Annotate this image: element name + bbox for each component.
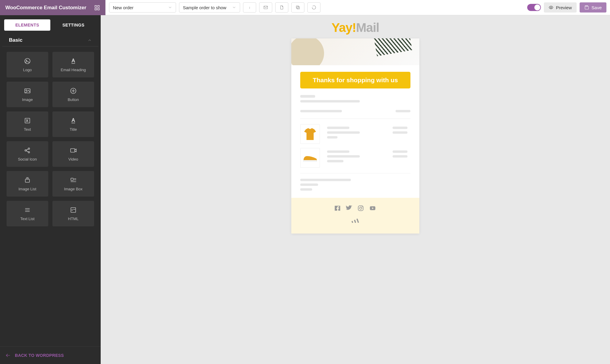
email-card: Thanks for shopping with us: [291, 38, 419, 234]
reset-button[interactable]: [307, 2, 320, 13]
svg-point-11: [25, 58, 30, 64]
title-icon: A: [70, 117, 77, 124]
svg-rect-10: [586, 6, 587, 7]
code-icon: [70, 206, 77, 214]
email-footer: [291, 198, 419, 234]
element-video[interactable]: Video: [52, 141, 94, 167]
chevron-down-icon: [232, 5, 236, 10]
app-title: WooCommerce Email Customizer: [5, 5, 89, 11]
element-label: Title: [70, 127, 77, 132]
image-list-icon: [24, 177, 31, 184]
image-box-icon: [70, 177, 77, 184]
tab-elements[interactable]: ELEMENTS: [4, 19, 50, 31]
preview-button[interactable]: Preview: [544, 2, 576, 13]
svg-rect-0: [95, 5, 97, 7]
element-label: Email Heading: [61, 68, 86, 72]
enable-toggle[interactable]: [527, 4, 541, 11]
save-icon: [584, 5, 589, 10]
svg-rect-50: [351, 221, 353, 223]
element-label: Text List: [20, 217, 35, 221]
element-logo[interactable]: Logo: [7, 52, 48, 77]
layout-grid-icon[interactable]: [92, 5, 102, 11]
copy-icon: [295, 5, 300, 10]
element-label: Image Box: [64, 187, 83, 191]
instagram-icon: [357, 205, 364, 213]
email-logo: Yay!Mail: [291, 21, 419, 35]
video-icon: [70, 147, 77, 154]
template-select[interactable]: New order: [109, 2, 176, 13]
element-title[interactable]: A Title: [52, 111, 94, 137]
info-button[interactable]: [243, 2, 256, 13]
send-test-email-button[interactable]: [259, 2, 272, 13]
element-button[interactable]: Button: [52, 82, 94, 107]
svg-rect-52: [357, 219, 359, 223]
svg-point-16: [26, 90, 27, 91]
sample-order-select[interactable]: Sample order to show: [179, 2, 240, 13]
image-icon: [24, 87, 31, 94]
element-email-heading[interactable]: A Email Heading: [52, 52, 94, 77]
svg-text:A: A: [72, 58, 75, 63]
facebook-icon: [334, 205, 341, 213]
preview-button-label: Preview: [556, 5, 572, 10]
logo-icon: [24, 57, 31, 65]
save-button-label: Save: [592, 5, 602, 10]
text-list-icon: [24, 206, 31, 214]
thanks-banner: Thanks for shopping with us: [300, 72, 410, 88]
logo-part-bang: !: [352, 21, 356, 35]
heading-icon: A: [70, 57, 77, 65]
product-image-tshirt: [300, 124, 320, 144]
section-basic-header[interactable]: Basic: [2, 32, 98, 46]
svg-rect-6: [264, 6, 267, 9]
intro-skeleton: [300, 95, 410, 102]
svg-point-12: [26, 60, 27, 61]
file-icon: [279, 5, 284, 10]
svg-point-46: [360, 207, 362, 209]
svg-rect-8: [296, 6, 299, 8]
element-image-list[interactable]: Image List: [7, 171, 48, 197]
svg-rect-2: [95, 8, 97, 10]
logo-part-yay: Yay: [332, 21, 352, 35]
footer-skeleton: [300, 179, 410, 191]
element-text[interactable]: Text: [7, 111, 48, 137]
chevron-down-icon: [168, 5, 172, 10]
logo-part-mail: Mail: [356, 21, 379, 35]
arrow-left-icon: [5, 353, 11, 358]
element-social-icon[interactable]: Social Icon: [7, 141, 48, 167]
element-html[interactable]: HTML: [52, 201, 94, 226]
sample-order-select-value: Sample order to show: [183, 5, 226, 10]
save-button[interactable]: Save: [580, 2, 606, 13]
section-basic-label: Basic: [9, 37, 22, 43]
info-icon: [247, 5, 252, 10]
element-label: HTML: [68, 217, 78, 221]
element-label: Button: [68, 97, 79, 102]
export-button[interactable]: [275, 2, 288, 13]
footer-brand-mark: [291, 218, 419, 225]
svg-rect-7: [297, 7, 299, 9]
svg-rect-1: [98, 5, 99, 7]
chevron-up-icon: [88, 38, 92, 42]
tab-settings[interactable]: SETTINGS: [50, 19, 97, 31]
eye-icon: [549, 5, 553, 10]
back-to-wordpress-link[interactable]: BACK TO WORDPRESS: [0, 346, 101, 364]
refresh-icon: [312, 5, 316, 10]
element-label: Text: [24, 127, 31, 132]
element-image[interactable]: Image: [7, 82, 48, 107]
svg-rect-33: [71, 178, 73, 181]
svg-rect-28: [71, 149, 75, 152]
svg-rect-3: [98, 8, 99, 10]
mail-icon: [263, 5, 268, 10]
element-label: Logo: [23, 68, 32, 72]
product-image-shoe: [300, 148, 320, 168]
svg-point-47: [362, 206, 363, 207]
sidebar: ELEMENTS SETTINGS Basic Logo A Email Hea…: [0, 15, 101, 364]
element-text-list[interactable]: Text List: [7, 201, 48, 226]
svg-line-26: [26, 149, 28, 150]
svg-rect-30: [25, 179, 29, 182]
hero-image: [291, 38, 419, 65]
twitter-icon: [346, 205, 353, 213]
email-canvas[interactable]: Yay!Mail Thanks for shopping with us: [101, 15, 610, 364]
copy-button[interactable]: [291, 2, 304, 13]
svg-rect-51: [354, 220, 356, 223]
element-image-box[interactable]: Image Box: [52, 171, 94, 197]
element-label: Video: [68, 157, 78, 161]
